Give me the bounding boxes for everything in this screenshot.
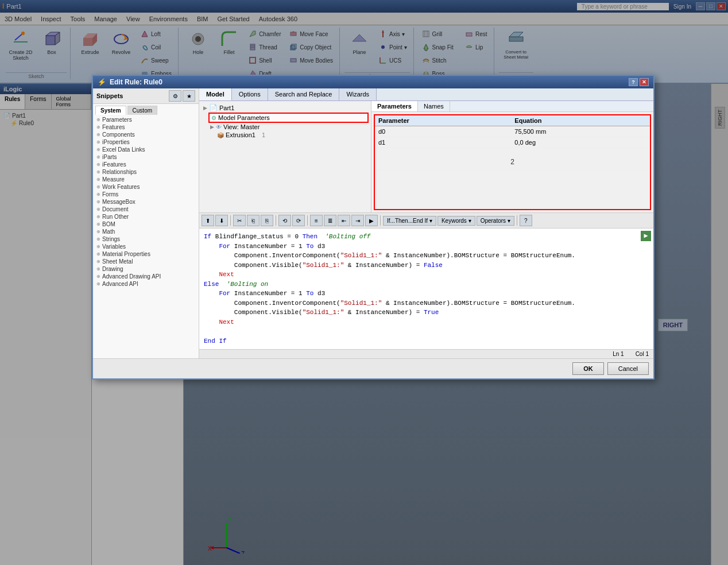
snip-iproperties[interactable]: ⊕ iProperties	[94, 138, 198, 146]
code-dropdown-ifthen[interactable]: If...Then...End If ▾	[383, 216, 436, 226]
code-tool-paste[interactable]: ⎘	[261, 215, 273, 226]
params-tabs: Parameters Names	[371, 101, 653, 112]
code-tool-copy[interactable]: ⎗	[247, 215, 260, 226]
code-col-status: Col 1	[636, 351, 649, 357]
snip-expand-icon: ⊕	[96, 132, 100, 137]
snip-drawing[interactable]: ⊕ Drawing	[94, 265, 198, 273]
snip-sheet-metal[interactable]: ⊕ Sheet Metal	[94, 258, 198, 265]
snip-expand-icon: ⊕	[96, 266, 100, 272]
snip-bom[interactable]: ⊕ BOM	[94, 220, 198, 228]
extrusion-icon: 📦	[217, 132, 224, 138]
modal-title-left: ⚡ Edit Rule: Rule0	[98, 78, 162, 86]
expand-icon: ▶	[203, 105, 207, 111]
modal-help-btn[interactable]: ?	[629, 78, 638, 86]
view-icon: 👁	[216, 124, 222, 130]
code-dropdown-operators[interactable]: Operators ▾	[477, 216, 514, 226]
modal-tab-wizards[interactable]: Wizards	[339, 88, 377, 100]
params-count: 2	[378, 158, 646, 166]
ok-button[interactable]: OK	[572, 362, 604, 375]
modal-footer: OK Cancel	[93, 358, 653, 378]
snip-strings[interactable]: ⊕ Strings	[94, 235, 198, 243]
snip-adv-api[interactable]: ⊕ Advanced API	[94, 280, 198, 288]
modal-tab-model[interactable]: Model	[199, 88, 232, 100]
snip-messagebox[interactable]: ⊕ MessageBox	[94, 198, 198, 206]
modal-tab-options[interactable]: Options	[232, 88, 268, 100]
code-tool-indent[interactable]: ≡	[310, 215, 323, 226]
snip-run-other[interactable]: ⊕ Run Other	[94, 213, 198, 220]
code-tool-align-right[interactable]: ⇥	[351, 215, 364, 226]
snip-expand-icon: ⊕	[96, 229, 100, 234]
equation-d1[interactable]: 0,0 deg	[511, 137, 650, 148]
code-dropdown-keywords[interactable]: Keywords ▾	[437, 216, 475, 226]
snip-relationships[interactable]: ⊕ Relationships	[94, 168, 198, 176]
cancel-button[interactable]: Cancel	[607, 362, 649, 375]
snippets-tool-1[interactable]: ⚙	[169, 90, 181, 102]
code-tool-undo[interactable]: ⟲	[278, 215, 291, 226]
snip-math[interactable]: ⊕ Math	[94, 228, 198, 235]
modal-model-tree: ▶ 📄 Part1 ⚙ Model Parameters ▶ 👁	[199, 101, 371, 212]
mtree-model-params[interactable]: ⚙ Model Parameters	[208, 113, 369, 123]
snip-measure[interactable]: ⊕ Measure	[94, 176, 198, 183]
params-tab-parameters[interactable]: Parameters	[371, 101, 418, 111]
code-line-4: Component.Visible("Solid1_1:" & Instance…	[204, 261, 649, 270]
snip-work-features[interactable]: ⊕ Work Features	[94, 183, 198, 191]
code-help-btn[interactable]: ?	[520, 215, 532, 226]
code-line-5: Next	[204, 270, 649, 280]
snip-iparts[interactable]: ⊕ iParts	[94, 153, 198, 161]
separator-4	[380, 215, 381, 226]
modal-tab-search[interactable]: Search and Replace	[268, 88, 340, 100]
snip-expand-icon: ⊕	[96, 251, 100, 257]
code-editor[interactable]: ▶ If Blindflange_status = 0 Then 'Boltin…	[199, 229, 653, 349]
snip-expand-icon: ⊕	[96, 169, 100, 175]
snip-adv-drawing[interactable]: ⊕ Advanced Drawing API	[94, 273, 198, 280]
code-tool-redo[interactable]: ⟳	[292, 215, 305, 226]
code-tool-unindent[interactable]: ≣	[324, 215, 336, 226]
snip-expand-icon: ⊕	[96, 199, 100, 204]
code-tool-align-left[interactable]: ⇤	[338, 215, 350, 226]
param-d0[interactable]: d0	[375, 126, 511, 137]
snip-expand-icon: ⊕	[96, 184, 100, 189]
snip-forms[interactable]: ⊕ Forms	[94, 191, 198, 198]
snip-material[interactable]: ⊕ Material Properties	[94, 250, 198, 258]
snip-excel[interactable]: ⊕ Excel Data Links	[94, 146, 198, 153]
snip-expand-icon: ⊕	[96, 222, 100, 227]
equation-d0[interactable]: 75,500 mm	[511, 126, 650, 137]
param-row-empty: 2	[375, 148, 650, 171]
code-tool-up[interactable]: ⬆	[202, 215, 214, 226]
param-row-d0: d0 75,500 mm	[375, 126, 650, 137]
mtree-view-master[interactable]: ▶ 👁 View: Master	[208, 123, 369, 131]
snip-ifeatures[interactable]: ⊕ iFeatures	[94, 161, 198, 168]
params-panel: Parameters Names Parameter Equation	[371, 101, 653, 212]
col-parameter: Parameter	[375, 115, 511, 126]
snip-variables[interactable]: ⊕ Variables	[94, 243, 198, 250]
code-editor-section: ⬆ ⬇ ✂ ⎗ ⎘ ⟲ ⟳ ≡ ≣ ⇤	[199, 213, 653, 358]
snippets-tab-system[interactable]: System	[95, 106, 126, 115]
modal-main-tabs: Model Options Search and Replace Wizards	[199, 88, 653, 101]
snippets-tab-custom[interactable]: Custom	[127, 106, 157, 115]
snip-expand-icon: ⊕	[96, 214, 100, 219]
mtree-extrusion1[interactable]: 📦 Extrusion1 1	[215, 131, 369, 139]
code-tool-cut[interactable]: ✂	[233, 215, 246, 226]
code-line-12: End If	[204, 336, 649, 346]
param-d1[interactable]: d1	[375, 137, 511, 148]
snip-expand-icon: ⊕	[96, 259, 100, 264]
modal-dialog: ⚡ Edit Rule: Rule0 ? ✕ Snippets ⚙ ★	[92, 75, 655, 380]
code-run-button[interactable]: ▶	[641, 231, 651, 241]
code-tool-run[interactable]: ▶	[365, 215, 378, 226]
code-line-7: For InstanceNumber = 1 To d3	[204, 289, 649, 299]
snip-document[interactable]: ⊕ Document	[94, 206, 198, 213]
snip-components[interactable]: ⊕ Components	[94, 131, 198, 138]
modal-top-section: ▶ 📄 Part1 ⚙ Model Parameters ▶ 👁	[199, 101, 653, 213]
modal-close-btn[interactable]: ✕	[640, 78, 649, 86]
snip-expand-icon: ⊕	[96, 237, 100, 242]
snip-parameters[interactable]: ⊕ Parameters	[94, 116, 198, 123]
snip-expand-icon: ⊕	[96, 244, 100, 249]
mtree-part1[interactable]: ▶ 📄 Part1	[202, 103, 369, 113]
snippets-toolbar: ⚙ ★	[169, 90, 195, 102]
snip-features[interactable]: ⊕ Features	[94, 123, 198, 131]
params-tab-names[interactable]: Names	[418, 101, 450, 111]
code-tool-down[interactable]: ⬇	[215, 215, 228, 226]
snippets-tree: ⊕ Parameters ⊕ Features ⊕ Components ⊕ i…	[93, 115, 199, 358]
snip-expand-icon: ⊕	[96, 154, 100, 160]
snippets-tool-2[interactable]: ★	[183, 90, 195, 102]
